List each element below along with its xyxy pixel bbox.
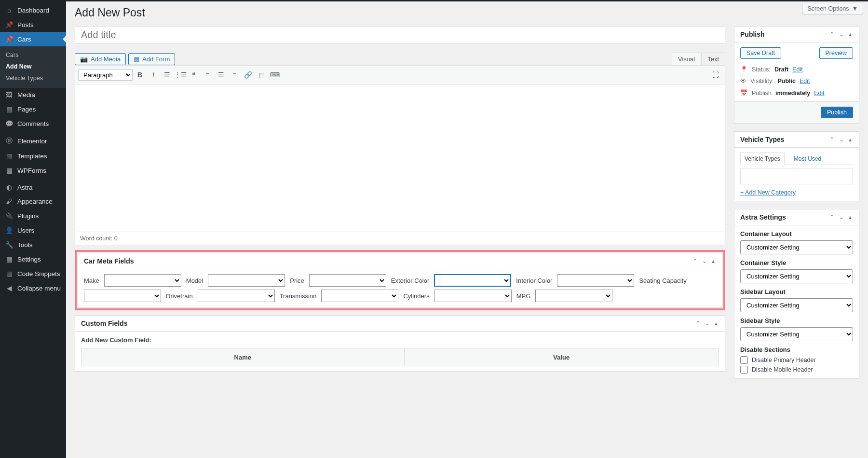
price-select[interactable] xyxy=(309,274,386,287)
nav-plugins[interactable]: 🔌Plugins xyxy=(0,208,66,223)
toolbar-toggle-button[interactable]: ⌨ xyxy=(269,69,281,81)
toggle-icon[interactable]: ▴ xyxy=(847,31,853,38)
edit-date-link[interactable]: Edit xyxy=(814,90,825,97)
container-style-select[interactable]: Customizer Setting xyxy=(740,269,853,283)
make-select[interactable] xyxy=(104,274,181,287)
code-icon: ▦ xyxy=(5,270,14,278)
align-left-button[interactable]: ≡ xyxy=(201,69,214,81)
nav-templates[interactable]: ▦Templates xyxy=(0,149,66,163)
screen-options-button[interactable]: Screen Options▼ xyxy=(802,3,863,14)
save-draft-button[interactable]: Save Draft xyxy=(740,47,781,59)
nav-astra[interactable]: ◐Astra xyxy=(0,180,66,194)
sidebar-style-label: Sidebar Style xyxy=(740,317,853,324)
toggle-icon[interactable]: ▴ xyxy=(710,258,716,264)
move-down-icon[interactable]: ⌄ xyxy=(701,258,708,264)
move-down-icon[interactable]: ⌄ xyxy=(838,136,845,143)
car-meta-title: Car Meta Fields xyxy=(84,257,691,265)
toggle-icon[interactable]: ▴ xyxy=(847,136,853,143)
disable-primary-header-checkbox[interactable] xyxy=(740,356,748,364)
nav-dashboard[interactable]: ⌂Dashboard xyxy=(0,3,66,17)
subnav-vehicle-types[interactable]: Vehicle Types xyxy=(0,72,66,84)
nav-settings[interactable]: ▦Settings xyxy=(0,252,66,266)
more-button[interactable]: ▤ xyxy=(255,69,268,81)
chevron-down-icon: ▼ xyxy=(852,5,858,12)
int-color-select[interactable] xyxy=(557,274,634,287)
subnav-add-new[interactable]: Add New xyxy=(0,61,66,72)
ol-button[interactable]: ⋮☰ xyxy=(174,69,187,81)
move-down-icon[interactable]: ⌄ xyxy=(704,320,711,327)
disable-mobile-header-checkbox[interactable] xyxy=(740,366,748,374)
bold-button[interactable]: B xyxy=(134,69,146,81)
paragraph-select[interactable]: Paragraph xyxy=(78,69,133,81)
move-up-icon[interactable]: ⌃ xyxy=(694,320,702,327)
nav-elementor[interactable]: ⓔElementor xyxy=(0,133,66,149)
ext-color-select[interactable] xyxy=(434,274,511,287)
nav-pages[interactable]: ▤Pages xyxy=(0,102,66,116)
add-form-button[interactable]: ▦Add Form xyxy=(128,53,175,65)
move-up-icon[interactable]: ⌃ xyxy=(828,214,836,221)
subnav-cars[interactable]: Cars xyxy=(0,49,66,61)
edit-visibility-link[interactable]: Edit xyxy=(800,78,810,84)
sidebar-layout-select[interactable]: Customizer Setting xyxy=(740,298,853,312)
seating-select[interactable] xyxy=(84,290,161,302)
nav-cars[interactable]: 📌Cars xyxy=(0,32,66,46)
vehicle-types-list[interactable] xyxy=(740,168,853,184)
tax-tab-all[interactable]: Vehicle Types xyxy=(740,153,785,165)
editor-content[interactable] xyxy=(75,84,725,232)
eye-icon: 👁 xyxy=(740,78,746,84)
add-media-button[interactable]: 📷Add Media xyxy=(75,53,126,65)
fullscreen-button[interactable]: ⛶ xyxy=(709,69,722,81)
word-count: Word count: 0 xyxy=(75,232,725,245)
nav-code-snippets[interactable]: ▦Code Snippets xyxy=(0,266,66,281)
media-icon: 🖼 xyxy=(5,91,14,98)
toggle-icon[interactable]: ▴ xyxy=(713,320,719,327)
align-center-button[interactable]: ☰ xyxy=(215,69,227,81)
ext-color-label: Exterior Color xyxy=(391,277,429,284)
link-button[interactable]: 🔗 xyxy=(242,69,254,81)
drivetrain-select[interactable] xyxy=(198,290,275,302)
toggle-icon[interactable]: ▴ xyxy=(847,214,853,221)
title-input[interactable] xyxy=(75,27,725,43)
calendar-icon: 📅 xyxy=(740,89,748,97)
add-new-category-link[interactable]: + Add New Category xyxy=(740,189,796,196)
tab-visual[interactable]: Visual xyxy=(672,53,701,65)
sidebar-style-select[interactable]: Customizer Setting xyxy=(740,327,853,341)
move-up-icon[interactable]: ⌃ xyxy=(828,31,836,38)
edit-status-link[interactable]: Edit xyxy=(792,66,803,73)
move-down-icon[interactable]: ⌄ xyxy=(838,214,845,221)
nav-wpforms[interactable]: ▦WPForms xyxy=(0,163,66,178)
pin-icon: 📌 xyxy=(5,21,14,28)
custom-fields-table: Name Value xyxy=(81,348,719,366)
nav-media[interactable]: 🖼Media xyxy=(0,88,66,102)
move-up-icon[interactable]: ⌃ xyxy=(691,258,699,264)
cf-value-header: Value xyxy=(404,349,719,366)
nav-posts[interactable]: 📌Posts xyxy=(0,17,66,32)
cylinders-select[interactable] xyxy=(434,290,512,302)
sidebar-layout-label: Sidebar Layout xyxy=(740,288,853,295)
move-up-icon[interactable]: ⌃ xyxy=(828,136,836,143)
container-layout-select[interactable]: Customizer Setting xyxy=(740,240,853,254)
ul-button[interactable]: ☰ xyxy=(161,69,173,81)
transmission-select[interactable] xyxy=(321,290,398,302)
tax-tab-mostused[interactable]: Most Used xyxy=(789,153,826,165)
mpg-select[interactable] xyxy=(535,290,612,302)
page-icon: ▤ xyxy=(5,105,14,113)
plug-icon: 🔌 xyxy=(5,212,14,220)
italic-button[interactable]: I xyxy=(147,69,160,81)
nav-appearance[interactable]: 🖌Appearance xyxy=(0,194,66,208)
model-select[interactable] xyxy=(208,274,285,287)
quote-button[interactable]: ❝ xyxy=(188,69,200,81)
preview-button[interactable]: Preview xyxy=(819,47,853,59)
move-down-icon[interactable]: ⌄ xyxy=(838,31,845,38)
tab-text[interactable]: Text xyxy=(701,53,725,65)
align-right-button[interactable]: ≡ xyxy=(228,69,241,81)
nav-tools[interactable]: 🔧Tools xyxy=(0,237,66,252)
wrench-icon: 🔧 xyxy=(5,241,14,249)
nav-collapse[interactable]: ◀Collapse menu xyxy=(0,281,66,295)
nav-users[interactable]: 👤Users xyxy=(0,223,66,237)
publish-button[interactable]: Publish xyxy=(821,107,853,118)
publish-box: Publish ⌃ ⌄ ▴ Save Draft Preview 📍Status… xyxy=(734,26,859,124)
media-icon: 📷 xyxy=(80,56,88,63)
users-icon: 👤 xyxy=(5,226,14,234)
nav-comments[interactable]: 💬Comments xyxy=(0,116,66,131)
